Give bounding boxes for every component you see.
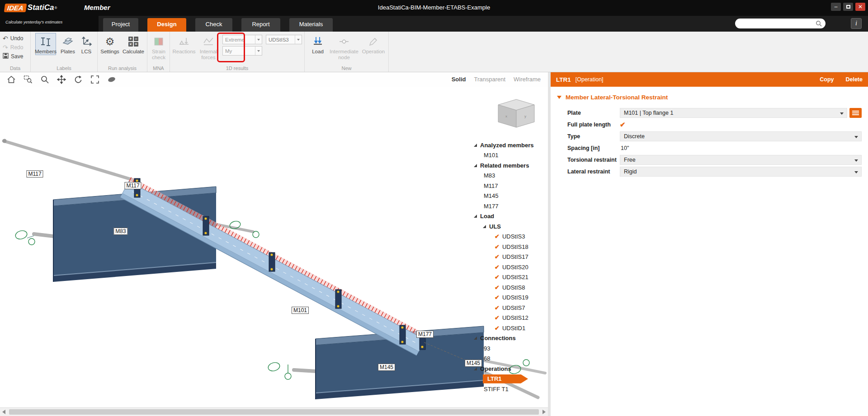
tree-loadcase-udstis12[interactable]: ✔UDStIS12 <box>474 313 542 323</box>
checkbox-checked-icon[interactable]: ✔ <box>495 243 500 250</box>
checkbox-checked-icon[interactable]: ✔ <box>495 264 500 271</box>
scroll-left-icon[interactable] <box>2 410 5 414</box>
tree-group-related-members[interactable]: Related members <box>474 160 542 171</box>
tree-item-connection-68[interactable]: 68 <box>474 354 542 364</box>
save-button[interactable]: Save <box>0 52 30 61</box>
tree-item-m145[interactable]: M145 <box>474 191 542 201</box>
mode-solid[interactable]: Solid <box>452 76 466 83</box>
type-dropdown[interactable]: Discrete <box>620 131 862 141</box>
tree-label: Operations <box>480 365 511 372</box>
checkbox-checked-icon[interactable]: ✔ <box>495 233 500 240</box>
maximize-button[interactable] <box>843 3 853 11</box>
checkbox-checked-icon[interactable]: ✔ <box>620 121 626 129</box>
plates-toggle-button[interactable]: Plates <box>59 33 77 55</box>
expander-icon[interactable] <box>474 144 477 147</box>
spacing-input[interactable]: 10" <box>620 145 629 151</box>
tree-item-m101[interactable]: M101 <box>474 150 542 161</box>
tree-item-m117[interactable]: M117 <box>474 181 542 191</box>
scrollbar-thumb[interactable] <box>9 409 539 415</box>
zoom-fit-icon[interactable] <box>90 75 100 84</box>
lcs-toggle-button[interactable]: LCS <box>78 33 95 55</box>
tree-item-m83[interactable]: M83 <box>474 171 542 181</box>
tree-loadcase-udstis19[interactable]: ✔UDStIS19 <box>474 293 542 303</box>
tree-loadcase-udstis17[interactable]: ✔UDStIS17 <box>474 252 542 262</box>
tree-loadcase-udstid1[interactable]: ✔UDStID1 <box>474 323 542 333</box>
zoom-window-icon[interactable] <box>23 75 33 84</box>
tab-check[interactable]: Check <box>195 18 232 32</box>
stub-member-m83[interactable] <box>34 234 53 236</box>
minimize-button[interactable]: – <box>831 3 841 11</box>
checkbox-checked-icon[interactable]: ✔ <box>495 274 500 280</box>
calculate-button[interactable]: +−×= Calculate <box>121 33 146 55</box>
collapse-triangle-icon[interactable] <box>557 96 561 99</box>
checkbox-checked-icon[interactable]: ✔ <box>495 253 500 260</box>
3d-viewport[interactable]: x y M117 M117 M83 M101 M177 M145 M145 An… <box>0 87 548 407</box>
expander-icon[interactable] <box>474 337 477 340</box>
lcs-icon <box>81 35 92 48</box>
pan-icon[interactable] <box>57 75 66 84</box>
checkbox-checked-icon[interactable]: ✔ <box>495 314 500 321</box>
stub-member-m145[interactable] <box>294 370 316 371</box>
member-label-m177[interactable]: M177 <box>416 331 434 338</box>
zoom-icon[interactable] <box>40 75 50 84</box>
torsional-restraint-dropdown[interactable]: Free <box>620 155 862 165</box>
tab-design[interactable]: Design <box>147 18 186 32</box>
member-label-m117[interactable]: M117 <box>26 170 43 178</box>
plate-dropdown[interactable]: M101 | Top flange 1 <box>620 108 847 118</box>
delete-button[interactable]: Delete <box>845 76 863 83</box>
tree-group-uls[interactable]: ULS <box>474 221 542 232</box>
tree-loadcase-udstis18[interactable]: ✔UDStIS18 <box>474 242 542 252</box>
tree-item-ltr1-selected[interactable]: LTR1 <box>474 374 542 384</box>
info-button[interactable]: i <box>851 18 862 29</box>
tab-materials[interactable]: Materials <box>289 18 333 32</box>
member-label-m101[interactable]: M101 <box>292 307 309 314</box>
expander-icon[interactable] <box>483 225 486 228</box>
tree-loadcase-udstis8[interactable]: ✔UDStIS8 <box>474 282 542 293</box>
tree-item-stiff-t1[interactable]: STIFF T1 <box>474 384 542 394</box>
tree-group-load[interactable]: Load <box>474 211 542 222</box>
member-label-m83[interactable]: M83 <box>113 228 127 235</box>
tree-loadcase-udstis21[interactable]: ✔UDStIS21 <box>474 272 542 283</box>
search-input[interactable] <box>735 20 816 27</box>
selected-item-highlight[interactable]: LTR1 <box>483 374 528 383</box>
lateral-restraint-dropdown[interactable]: Rigid <box>620 167 862 177</box>
tree-item-connection-93[interactable]: 93 <box>474 343 542 354</box>
checkbox-checked-icon[interactable]: ✔ <box>495 304 500 311</box>
expander-icon[interactable] <box>474 367 477 370</box>
gear-icon: ⚙ <box>105 35 115 48</box>
undo-button[interactable]: ↶ Undo <box>0 34 30 43</box>
expander-icon[interactable] <box>474 215 477 218</box>
section-header-ltr[interactable]: Member Lateral-Torsional Restraint <box>557 94 862 101</box>
member-label-m117[interactable]: M117 <box>124 182 141 189</box>
tab-report[interactable]: Report <box>241 18 280 32</box>
checkbox-checked-icon[interactable]: ✔ <box>495 294 500 301</box>
search-box[interactable] <box>735 19 826 28</box>
mode-wireframe[interactable]: Wireframe <box>514 76 541 83</box>
tree-loadcase-udstis20[interactable]: ✔UDStIS20 <box>474 262 542 272</box>
new-load-button[interactable]: Load <box>308 33 327 55</box>
scroll-right-icon[interactable] <box>542 410 546 414</box>
tree-group-connections[interactable]: Connections <box>474 333 542 344</box>
checkbox-checked-icon[interactable]: ✔ <box>495 284 500 291</box>
mode-transparent[interactable]: Transparent <box>474 76 505 83</box>
checkbox-checked-icon[interactable]: ✔ <box>495 325 500 332</box>
plate-select-button[interactable] <box>849 108 862 118</box>
close-button[interactable]: ✕ <box>855 3 865 11</box>
tree-loadcase-udstis7[interactable]: ✔UDStIS7 <box>474 303 542 313</box>
tab-project[interactable]: Project <box>103 18 138 32</box>
settings-button[interactable]: ⚙ Settings <box>99 33 120 55</box>
clipping-plane-icon[interactable] <box>107 75 117 84</box>
tree-group-analyzed-members[interactable]: Analyzed members <box>474 140 542 150</box>
navigation-cube[interactable]: x y <box>498 99 534 127</box>
tree-item-m177[interactable]: M177 <box>474 201 542 211</box>
member-label-m145[interactable]: M145 <box>378 364 395 371</box>
tree-group-operations[interactable]: Operations <box>474 364 542 374</box>
copy-button[interactable]: Copy <box>820 76 834 83</box>
horizontal-scrollbar[interactable] <box>0 407 548 416</box>
member-m117-axis[interactable] <box>4 141 136 181</box>
tree-loadcase-udstis3[interactable]: ✔UDStIS3 <box>474 232 542 242</box>
members-toggle-button[interactable]: Members <box>35 33 56 55</box>
rotate-icon[interactable] <box>73 75 83 84</box>
expander-icon[interactable] <box>474 164 477 167</box>
home-view-icon[interactable] <box>6 75 16 84</box>
